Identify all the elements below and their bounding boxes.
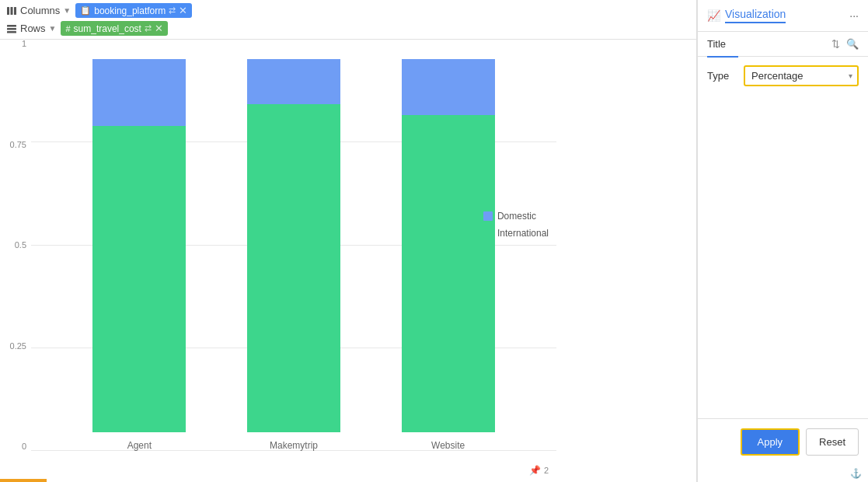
rows-pill-label: sum_travel_cost [74,23,141,34]
columns-row: Columns ▼ 📋 booking_platform ⇄ ✕ [6,3,690,18]
legend-label-domestic: Domestic [497,211,536,222]
chart-legend: Domestic International [483,211,549,239]
rows-pill[interactable]: # sum_travel_cost ⇄ ✕ [61,21,168,36]
pin-icon[interactable]: 📌 [529,465,541,476]
apply-button[interactable]: Apply [741,428,800,456]
y-axis: 0 0.25 0.5 0.75 1 [0,40,31,451]
bar-group-makemytrip: Makemytrip [247,59,340,451]
panel-title: Visualization [725,8,786,23]
bar-website-domestic [402,59,495,115]
panel-sub-title: Title [707,38,726,50]
type-label: Type [707,70,734,82]
columns-pill-icon: 📋 [80,5,91,16]
legend-box-international [483,229,493,238]
panel-spacer [698,94,868,418]
rows-icon [6,23,17,34]
main-area: Columns ▼ 📋 booking_platform ⇄ ✕ Rows ▼ [0,0,697,482]
chart-line-icon: 📈 [707,9,720,22]
rows-pill-icon: # [65,24,70,33]
bar-stack-makemytrip [247,59,340,432]
svg-rect-0 [7,7,9,15]
panel-bottom-bar: ⚓ [698,465,868,482]
chart-count: 2 [544,466,549,475]
bar-wrapper-website [402,59,495,432]
rows-dropdown-icon[interactable]: ▼ [49,24,57,33]
bar-group-website: Website [402,59,495,451]
orange-bar [0,479,47,482]
sort-icon[interactable]: ⇅ [831,38,840,50]
panel-header: 📈 Visualization ··· [698,0,868,32]
panel-sub-icons: ⇅ 🔍 [831,38,859,50]
columns-pill[interactable]: 📋 booking_platform ⇄ ✕ [75,3,192,18]
bar-stack-website [402,59,495,432]
rows-row: Rows ▼ # sum_travel_cost ⇄ ✕ [6,21,690,36]
y-label-025: 0.25 [10,342,26,351]
type-select-arrow-icon: ▾ [844,72,857,80]
y-label-0: 0 [22,442,26,451]
panel-more-icon[interactable]: ··· [849,9,859,22]
columns-label: Columns ▼ [6,5,71,16]
bar-label-agent: Agent [127,440,152,451]
bar-label-makemytrip: Makemytrip [270,440,318,451]
y-label-05: 0.5 [15,241,26,250]
reset-button[interactable]: Reset [806,428,859,456]
type-select-value: Percentage [745,67,844,85]
bar-wrapper-agent [92,59,186,432]
svg-rect-5 [7,31,16,33]
bar-label-website: Website [431,440,465,451]
columns-dropdown-icon[interactable]: ▼ [63,6,71,15]
legend-box-domestic [483,211,493,221]
legend-item-international: International [483,228,549,239]
bar-website-international [402,115,495,432]
rows-text: Rows [20,23,46,34]
bar-wrapper-makemytrip [247,59,340,432]
panel-header-icons: ··· [849,9,859,22]
columns-pill-label: booking_platform [94,5,166,16]
right-panel: 📈 Visualization ··· Title ⇅ 🔍 Type Perce… [697,0,868,482]
bar-makemytrip-domestic [247,59,340,104]
columns-text: Columns [20,5,60,16]
columns-pill-close[interactable]: ✕ [179,5,187,16]
svg-rect-4 [7,28,16,30]
columns-icon [6,5,17,16]
columns-pill-drag: ⇄ [169,5,176,16]
toolbar: Columns ▼ 📋 booking_platform ⇄ ✕ Rows ▼ [0,0,696,40]
bar-makemytrip-international [247,104,340,432]
bar-agent-international [92,126,186,432]
svg-rect-3 [7,25,16,27]
bar-stack-agent [92,59,186,432]
chart-area: 0 0.25 0.5 0.75 1 [0,40,696,482]
rows-pill-drag: ⇄ [145,23,152,33]
anchor-icon[interactable]: ⚓ [850,468,862,479]
y-label-075: 0.75 [10,141,26,149]
type-row: Type Percentage ▾ [698,58,868,94]
bars-container: Agent Makemytrip [31,40,556,451]
chart-bottom-icons: 📌 2 [529,465,549,476]
legend-item-domestic: Domestic [483,211,549,222]
type-select-wrapper[interactable]: Percentage ▾ [744,65,859,86]
search-icon[interactable]: 🔍 [846,38,859,50]
bar-group-agent: Agent [92,59,186,451]
panel-header-left: 📈 Visualization [707,8,786,23]
svg-rect-2 [14,7,16,15]
svg-rect-1 [11,7,13,15]
rows-pill-close[interactable]: ✕ [155,23,163,34]
panel-footer: Apply Reset [698,418,868,465]
y-label-1: 1 [22,40,26,48]
panel-sub-header: Title ⇅ 🔍 [698,32,868,57]
bar-agent-domestic [92,59,186,126]
chart-plot: Agent Makemytrip [31,40,556,451]
rows-label: Rows ▼ [6,23,56,34]
legend-label-international: International [497,228,549,239]
